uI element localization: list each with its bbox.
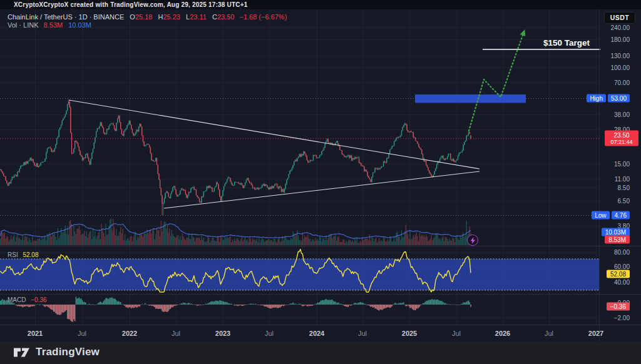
tradingview-logo-text: TradingView — [36, 346, 100, 358]
volume-bars — [0, 218, 471, 245]
currency-toggle-button[interactable]: USDT — [604, 12, 635, 24]
arrowhead-icon — [520, 29, 528, 36]
macd-value: −0.36 — [31, 296, 46, 303]
time-axis-label: Jul — [545, 330, 553, 337]
time-axis-label: 2021 — [28, 330, 43, 337]
macd-axis-label: −2.00 — [585, 315, 630, 321]
price-axis-label: 180.00 — [585, 36, 630, 43]
time-axis-label: Jul — [358, 330, 367, 337]
volume-legend[interactable]: Vol · LINK 8.53M 10.03M — [8, 21, 91, 29]
lightning-icon — [467, 235, 478, 246]
price-axis-label: 70.00 — [585, 79, 630, 86]
macd-label: MACD — [8, 296, 26, 303]
low-badge-value: 4.76 — [612, 211, 630, 220]
high-price-badge: High 53.00 — [587, 94, 630, 103]
pane-separators — [0, 9, 641, 341]
time-axis-label: 2023 — [215, 330, 230, 337]
rsi-value-badge: 52.08 — [607, 270, 630, 278]
tradingview-chart-window: XCryptoXCryptoX created with TradingView… — [0, 0, 641, 364]
price-axis-label: 38.00 — [585, 111, 630, 118]
rsi-axis-label: 60.00 — [585, 263, 630, 270]
tradingview-logo[interactable]: TradingView — [14, 346, 100, 358]
high-badge-label: High — [587, 94, 606, 103]
macd-value-badge: −0.36 — [607, 303, 630, 311]
time-axis-label: Jul — [265, 330, 274, 337]
last-price-badge: 23.50 07:21:44 — [605, 131, 638, 146]
time-axis-label: 2022 — [122, 330, 137, 337]
rsi-axis-label: 40.00 — [585, 279, 630, 286]
volume-label: Vol · LINK — [8, 21, 39, 29]
last-price-value: 23.50 — [608, 132, 635, 139]
change-value: −1.68 (−6.67%) — [239, 13, 287, 21]
symbol-title[interactable]: ChainLink / TetherUS · 1D · BINANCE — [8, 13, 124, 21]
high-value: 25.23 — [163, 13, 180, 21]
price-axis-label: 15.00 — [585, 161, 630, 168]
price-axis-label: 8.50 — [585, 185, 630, 191]
low-badge-label: Low — [592, 211, 609, 220]
volume-value-red: 8.53M — [44, 21, 63, 29]
lower-wedge-line[interactable] — [164, 171, 479, 208]
time-axis-label: 2025 — [402, 330, 417, 337]
volume-ma-badge: 8.53M — [605, 236, 630, 244]
time-axis-label: 2026 — [495, 330, 510, 337]
symbol-legend[interactable]: ChainLink / TetherUS · 1D · BINANCE O25.… — [8, 13, 287, 21]
price-axis-label: 130.00 — [585, 53, 630, 59]
chart-canvas[interactable] — [0, 0, 641, 364]
rsi-label: RSI — [8, 251, 18, 258]
candlestick-series[interactable] — [0, 100, 471, 215]
open-value: 25.18 — [135, 13, 153, 21]
high-badge-value: 53.00 — [608, 94, 630, 103]
macd-legend[interactable]: MACD −0.36 — [8, 296, 47, 303]
close-value: 23.50 — [217, 13, 235, 21]
volume-value-blue: 10.03M — [68, 21, 91, 29]
time-axis-label: Jul — [172, 330, 180, 337]
rsi-band — [0, 259, 599, 290]
analysis-drawings[interactable] — [69, 29, 600, 208]
rsi-value: 52.08 — [23, 251, 38, 258]
open-label: O — [130, 13, 135, 21]
supply-zone[interactable] — [415, 94, 526, 103]
time-axis-label: Jul — [78, 330, 86, 337]
time-axis-label: 2027 — [588, 330, 603, 337]
footer-bar: TradingView — [0, 341, 641, 364]
price-axis-label: 100.00 — [585, 64, 630, 71]
rsi-axis-label: 80.00 — [585, 249, 630, 256]
price-target-label[interactable]: $150 Target — [513, 38, 590, 48]
upper-wedge-line[interactable] — [69, 100, 479, 169]
low-value: 23.11 — [190, 13, 207, 21]
low-price-badge: Low 4.76 — [592, 211, 630, 220]
time-axis-label: 2024 — [309, 330, 324, 337]
price-axis-label: 6.50 — [585, 198, 630, 205]
close-label: C — [212, 13, 217, 21]
candle-countdown: 07:21:44 — [608, 139, 635, 145]
rsi-legend[interactable]: RSI 52.08 — [8, 251, 38, 258]
price-axis-label: 11.00 — [585, 176, 630, 183]
tradingview-logo-mark — [14, 347, 30, 358]
time-axis-label: Jul — [452, 330, 461, 337]
price-axis-label: 240.00 — [585, 24, 630, 31]
